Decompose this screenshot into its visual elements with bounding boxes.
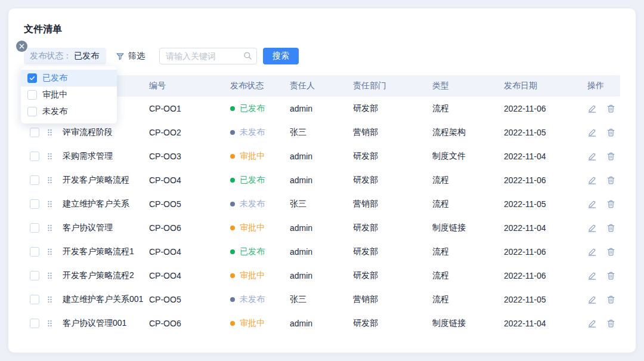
drag-handle-icon[interactable] bbox=[47, 248, 61, 256]
file-type: 制度文件 bbox=[432, 151, 504, 162]
file-code: CP-OO2 bbox=[149, 128, 230, 137]
status-dot-icon bbox=[230, 297, 235, 302]
responsible-dept: 营销部 bbox=[353, 294, 432, 305]
file-type: 流程 bbox=[432, 246, 504, 257]
delete-icon[interactable] bbox=[606, 152, 615, 161]
responsible-person: 张三 bbox=[290, 294, 353, 305]
status-label: 已发布 bbox=[240, 175, 265, 186]
dropdown-option-2[interactable]: 审批中 bbox=[21, 87, 117, 103]
table-row: 建立维护客户关系CP-OO5未发布张三营销部流程2022-11-05 bbox=[24, 192, 620, 216]
publish-date: 2022-11-04 bbox=[504, 152, 581, 161]
filter-trigger-label: 筛选 bbox=[128, 51, 145, 61]
file-type: 流程 bbox=[432, 175, 504, 186]
table-row: 开发客户策略流程CP-OO4已发布admin研发部流程2022-11-06 bbox=[24, 168, 620, 192]
status-label: 未发布 bbox=[240, 294, 265, 305]
row-checkbox[interactable] bbox=[30, 247, 39, 257]
checkbox-checked-icon[interactable] bbox=[27, 73, 37, 83]
status-dot-icon bbox=[230, 273, 235, 278]
edit-icon[interactable] bbox=[587, 295, 597, 304]
drag-handle-icon[interactable] bbox=[47, 295, 61, 304]
delete-icon[interactable] bbox=[606, 271, 615, 280]
drag-handle-icon[interactable] bbox=[47, 271, 61, 280]
edit-icon[interactable] bbox=[587, 223, 597, 233]
drag-handle-icon[interactable] bbox=[47, 200, 61, 208]
delete-icon[interactable] bbox=[606, 247, 615, 257]
responsible-dept: 研发部 bbox=[353, 246, 432, 257]
delete-icon[interactable] bbox=[606, 104, 615, 113]
edit-icon[interactable] bbox=[587, 175, 597, 185]
responsible-dept: 研发部 bbox=[353, 175, 432, 186]
row-checkbox[interactable] bbox=[30, 152, 39, 161]
file-code: CP-OO5 bbox=[149, 199, 230, 209]
keyword-search-input[interactable] bbox=[159, 48, 257, 64]
status-label: 审批中 bbox=[240, 223, 265, 233]
file-type: 流程 bbox=[432, 103, 504, 114]
status-label: 未发布 bbox=[240, 127, 265, 138]
responsible-dept: 研发部 bbox=[353, 103, 432, 114]
publish-date: 2022-11-04 bbox=[504, 319, 581, 328]
checkbox-icon[interactable] bbox=[27, 90, 37, 100]
row-checkbox[interactable] bbox=[30, 199, 39, 209]
row-checkbox[interactable] bbox=[30, 319, 39, 328]
row-checkbox[interactable] bbox=[30, 175, 39, 185]
drag-handle-icon[interactable] bbox=[47, 128, 61, 137]
delete-icon[interactable] bbox=[606, 223, 615, 233]
file-type: 制度链接 bbox=[432, 223, 504, 233]
checkbox-icon[interactable] bbox=[27, 107, 37, 116]
responsible-person: admin bbox=[290, 175, 353, 185]
dropdown-option-3[interactable]: 未发布 bbox=[21, 103, 117, 120]
delete-icon[interactable] bbox=[606, 175, 615, 185]
edit-icon[interactable] bbox=[587, 104, 597, 113]
drag-handle-icon[interactable] bbox=[47, 152, 61, 161]
publish-date: 2022-11-06 bbox=[504, 175, 581, 185]
edit-icon[interactable] bbox=[587, 152, 597, 161]
file-code: CP-OO6 bbox=[149, 319, 230, 328]
responsible-dept: 研发部 bbox=[353, 151, 432, 162]
file-name: 开发客户策略流程1 bbox=[61, 246, 149, 257]
responsible-person: admin bbox=[290, 247, 353, 257]
status-label: 已发布 bbox=[240, 103, 265, 114]
edit-icon[interactable] bbox=[587, 128, 597, 137]
delete-icon[interactable] bbox=[606, 199, 615, 209]
status-dot-icon bbox=[230, 249, 235, 254]
file-name: 开发客户策略流程2 bbox=[61, 270, 149, 281]
row-checkbox[interactable] bbox=[30, 271, 39, 280]
drag-handle-icon[interactable] bbox=[47, 176, 61, 184]
edit-icon[interactable] bbox=[587, 199, 597, 209]
responsible-person: 张三 bbox=[290, 199, 353, 209]
dropdown-option-1[interactable]: 已发布 bbox=[21, 70, 117, 87]
delete-icon[interactable] bbox=[606, 128, 615, 137]
delete-icon[interactable] bbox=[606, 319, 615, 328]
status-dot-icon bbox=[230, 226, 235, 230]
dropdown-option-label: 未发布 bbox=[42, 106, 67, 117]
status-label: 已发布 bbox=[240, 246, 265, 257]
publish-date: 2022-11-04 bbox=[504, 223, 581, 233]
edit-icon[interactable] bbox=[587, 319, 597, 328]
row-checkbox[interactable] bbox=[30, 223, 39, 233]
drag-handle-icon[interactable] bbox=[47, 224, 61, 232]
header-status-col: 发布状态 bbox=[230, 81, 290, 91]
drag-handle-icon[interactable] bbox=[47, 319, 61, 328]
file-name: 采购需求管理 bbox=[61, 151, 149, 162]
edit-icon[interactable] bbox=[587, 271, 597, 280]
edit-icon[interactable] bbox=[587, 247, 597, 257]
file-list-card: 文件清单 发布状态： 已发布 筛选 搜索 编号 bbox=[8, 8, 636, 353]
remove-filter-button[interactable] bbox=[16, 41, 27, 52]
file-type: 流程 bbox=[432, 270, 504, 281]
filter-trigger-button[interactable]: 筛选 bbox=[116, 51, 145, 61]
row-checkbox[interactable] bbox=[30, 128, 39, 137]
search-button[interactable]: 搜索 bbox=[263, 48, 299, 64]
responsible-person: admin bbox=[290, 104, 353, 113]
row-checkbox[interactable] bbox=[30, 295, 39, 304]
file-code: CP-OO6 bbox=[149, 223, 230, 233]
status-dot-icon bbox=[230, 202, 235, 206]
publish-status-filter-chip[interactable]: 发布状态： 已发布 bbox=[24, 48, 106, 64]
status-label: 审批中 bbox=[240, 151, 265, 162]
status-label: 未发布 bbox=[240, 199, 265, 209]
status-dot-icon bbox=[230, 178, 235, 183]
publish-date: 2022-11-05 bbox=[504, 295, 581, 304]
delete-icon[interactable] bbox=[606, 295, 615, 304]
status-filter-dropdown: 已发布审批中未发布 bbox=[21, 66, 117, 124]
file-name: 建立维护客户关系001 bbox=[61, 294, 149, 305]
header-dept-col: 责任部门 bbox=[353, 81, 432, 91]
